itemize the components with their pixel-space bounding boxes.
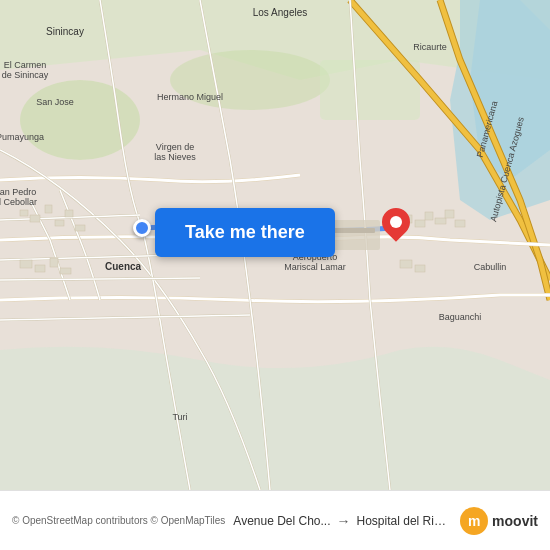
svg-text:an Pedro: an Pedro <box>0 187 36 197</box>
svg-rect-25 <box>425 212 433 220</box>
route-info: Avenue Del Cho... → Hospital del Rio (Ho… <box>233 513 452 529</box>
svg-text:Pumayunga: Pumayunga <box>0 132 44 142</box>
svg-rect-9 <box>55 220 64 226</box>
svg-rect-8 <box>45 205 52 213</box>
svg-rect-6 <box>20 210 28 216</box>
route-arrow-icon: → <box>337 513 351 529</box>
svg-text:Cabullin: Cabullin <box>474 262 507 272</box>
svg-text:Hermano Miguel: Hermano Miguel <box>157 92 223 102</box>
svg-rect-26 <box>435 218 446 224</box>
svg-rect-13 <box>35 265 45 272</box>
svg-rect-15 <box>60 268 71 274</box>
svg-rect-11 <box>75 225 85 231</box>
svg-text:Ricaurte: Ricaurte <box>413 42 447 52</box>
svg-text:l Cebollar: l Cebollar <box>0 197 37 207</box>
svg-rect-27 <box>445 210 454 218</box>
bottom-bar: © OpenStreetMap contributors © OpenMapTi… <box>0 490 550 550</box>
svg-text:Mariscal Lamar: Mariscal Lamar <box>284 262 346 272</box>
svg-rect-12 <box>20 260 32 268</box>
svg-text:Sinincay: Sinincay <box>46 26 84 37</box>
svg-rect-10 <box>65 210 73 217</box>
svg-text:Cuenca: Cuenca <box>105 261 142 272</box>
svg-rect-28 <box>455 220 465 227</box>
svg-rect-3 <box>320 60 420 120</box>
route-from-label: Avenue Del Cho... <box>233 514 330 528</box>
svg-rect-7 <box>30 215 40 222</box>
origin-marker <box>133 219 151 237</box>
svg-text:El Carmen: El Carmen <box>4 60 47 70</box>
svg-text:Virgen de: Virgen de <box>156 142 194 152</box>
moovit-brand-name: moovit <box>492 513 538 529</box>
take-me-there-button[interactable]: Take me there <box>155 208 335 257</box>
map-container: Los Angeles Sinincay El Carmen de Sininc… <box>0 0 550 490</box>
svg-text:Los Angeles: Los Angeles <box>253 7 308 18</box>
svg-rect-24 <box>415 220 425 227</box>
svg-text:de Sinincay: de Sinincay <box>2 70 49 80</box>
svg-text:las Nieves: las Nieves <box>154 152 196 162</box>
svg-text:Baguanchi: Baguanchi <box>439 312 482 322</box>
map-attribution: © OpenStreetMap contributors © OpenMapTi… <box>12 515 225 526</box>
svg-rect-30 <box>415 265 425 272</box>
moovit-icon-letter: m <box>468 513 480 529</box>
svg-rect-29 <box>400 260 412 268</box>
moovit-logo: m moovit <box>460 507 538 535</box>
svg-rect-14 <box>50 258 58 267</box>
svg-text:Turi: Turi <box>172 412 187 422</box>
route-to-label: Hospital del Rio (Hospital Univer... <box>357 514 453 528</box>
svg-text:San Jose: San Jose <box>36 97 74 107</box>
destination-marker <box>382 208 410 236</box>
moovit-icon: m <box>460 507 488 535</box>
